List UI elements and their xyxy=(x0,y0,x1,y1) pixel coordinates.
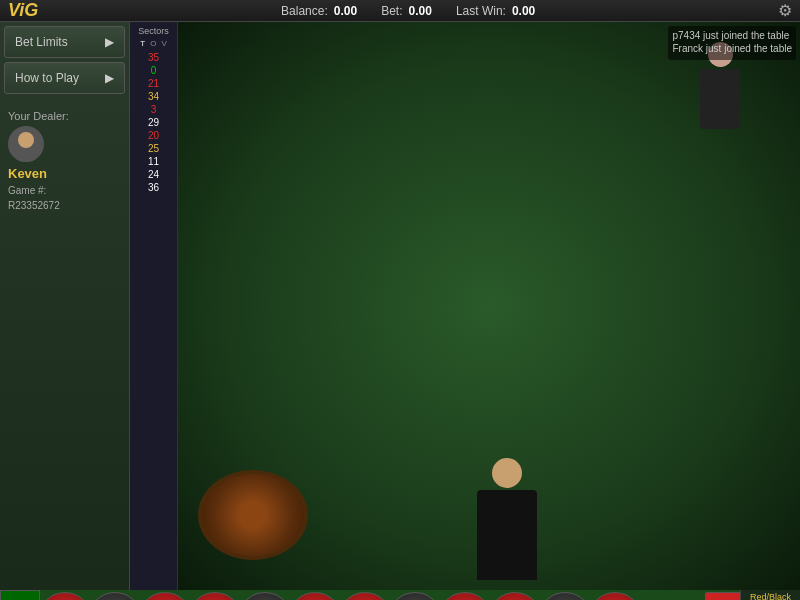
how-to-play-button[interactable]: How to Play ▶ xyxy=(4,62,125,94)
video-feed: p7434 just joined the table Franck just … xyxy=(178,22,800,590)
num-30[interactable]: 30 xyxy=(491,592,539,600)
num-36[interactable]: 36 xyxy=(591,592,639,600)
sectors-header: Sectors xyxy=(138,26,169,36)
how-to-play-label: How to Play xyxy=(15,71,79,85)
roulette-wheel xyxy=(198,470,308,560)
zero-button[interactable]: 0 xyxy=(0,590,40,600)
sector-num-20[interactable]: 20 xyxy=(148,130,159,141)
num-18[interactable]: 18 xyxy=(291,592,339,600)
chat-log: p7434 just joined the table Franck just … xyxy=(668,26,796,60)
game-number: R23352672 xyxy=(8,200,121,211)
top-icons: ⚙ xyxy=(778,1,792,20)
red-black-label: Red/Black xyxy=(750,592,791,600)
dealer-section: Your Dealer: Keven Game #: R23352672 xyxy=(0,102,129,219)
bet-limits-label: Bet Limits xyxy=(15,35,68,49)
settings-icon[interactable]: ⚙ xyxy=(778,1,792,20)
dealer-avatar xyxy=(8,126,44,162)
top-info: Balance: 0.00 Bet: 0.00 Last Win: 0.00 xyxy=(281,4,535,18)
right-bets-panel: Red/Black 35 0 21 34 33 27 29 8 20 25 11… xyxy=(740,590,800,600)
logo-vi: Vi xyxy=(8,0,24,20)
logo-g: G xyxy=(24,0,38,20)
num-27[interactable]: 27 xyxy=(441,592,489,600)
content-area: Bet Limits ▶ How to Play ▶ Your Dealer: … xyxy=(0,22,800,590)
bet-group: Bet: 0.00 xyxy=(381,4,432,18)
chat-line-2: Franck just joined the table xyxy=(672,43,792,54)
number-grid: 3 6 9 12 15 18 21 24 27 30 33 36 xyxy=(40,590,704,600)
sector-num-24[interactable]: 24 xyxy=(148,169,159,180)
sector-num-21[interactable]: 21 xyxy=(148,78,159,89)
dealer-figure xyxy=(477,458,537,580)
bet-label: Bet: xyxy=(381,4,402,18)
sector-num-0[interactable]: 0 xyxy=(151,65,157,76)
bet-limits-button[interactable]: Bet Limits ▶ xyxy=(4,26,125,58)
num-33[interactable]: 33 xyxy=(541,592,589,600)
sector-num-3[interactable]: 3 xyxy=(151,104,157,115)
num-21[interactable]: 21 xyxy=(341,592,389,600)
svg-rect-1 xyxy=(16,148,36,162)
dealer-name: Keven xyxy=(8,166,121,181)
sector-tab-v[interactable]: V xyxy=(159,38,168,49)
balance-group: Balance: 0.00 xyxy=(281,4,357,18)
balance-value: 0.00 xyxy=(334,4,357,18)
game-number-label: Game #: xyxy=(8,185,121,196)
bet-value: 0.00 xyxy=(409,4,432,18)
num-6[interactable]: 6 xyxy=(91,592,139,600)
grid-area: 0 3 6 9 12 15 18 21 24 27 xyxy=(0,590,740,600)
num-24[interactable]: 24 xyxy=(391,592,439,600)
num-3[interactable]: 3 xyxy=(41,592,89,600)
main-bet-area: 0 3 6 9 12 15 18 21 24 27 xyxy=(0,590,740,600)
sector-tabs: T O V xyxy=(138,38,168,49)
your-dealer-label: Your Dealer: xyxy=(8,110,121,122)
table-area: 0 3 6 9 12 15 18 21 24 27 xyxy=(0,590,800,600)
lastwin-label: Last Win: xyxy=(456,4,506,18)
sector-num-11[interactable]: 11 xyxy=(148,156,159,167)
number-row-top: 3 6 9 12 15 18 21 24 27 30 33 36 xyxy=(40,590,704,600)
num-12[interactable]: 12 xyxy=(191,592,239,600)
sector-tab-t[interactable]: T xyxy=(138,38,147,49)
lower-section: 0 3 6 9 12 15 18 21 24 27 xyxy=(0,590,800,600)
logo: ViG xyxy=(8,0,38,21)
sector-num-29[interactable]: 29 xyxy=(148,117,159,128)
top-bar: ViG Balance: 0.00 Bet: 0.00 Last Win: 0.… xyxy=(0,0,800,22)
sector-num-25[interactable]: 25 xyxy=(148,143,159,154)
num-9[interactable]: 9 xyxy=(141,592,189,600)
balance-label: Balance: xyxy=(281,4,328,18)
sector-tab-o[interactable]: O xyxy=(148,38,158,49)
video-area: p7434 just joined the table Franck just … xyxy=(178,22,800,590)
num-15[interactable]: 15 xyxy=(241,592,289,600)
chat-line-1: p7434 just joined the table xyxy=(672,30,792,41)
chevron-right-icon-2: ▶ xyxy=(105,71,114,85)
sectors-panel: Sectors T O V 35 0 21 34 3 29 20 25 11 2… xyxy=(130,22,178,590)
left-sidebar: Bet Limits ▶ How to Play ▶ Your Dealer: … xyxy=(0,22,130,590)
two-to-one-col: 2 to 1 2 to 1 2 to 1 xyxy=(704,590,740,600)
sector-num-36[interactable]: 36 xyxy=(148,182,159,193)
lastwin-group: Last Win: 0.00 xyxy=(456,4,535,18)
sector-num-35[interactable]: 35 xyxy=(148,52,159,63)
sector-num-34[interactable]: 34 xyxy=(148,91,159,102)
svg-point-0 xyxy=(18,132,34,148)
lastwin-value: 0.00 xyxy=(512,4,535,18)
chevron-right-icon: ▶ xyxy=(105,35,114,49)
